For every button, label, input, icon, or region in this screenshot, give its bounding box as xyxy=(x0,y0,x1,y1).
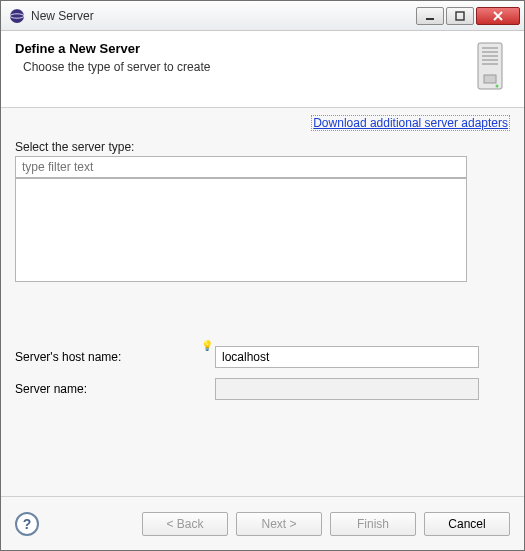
button-row: < Back Next > Finish Cancel xyxy=(142,512,510,536)
svg-rect-6 xyxy=(482,51,498,53)
banner-subtitle: Choose the type of server to create xyxy=(23,60,462,74)
window-title: New Server xyxy=(31,9,416,23)
host-name-row: Server's host name: 💡 xyxy=(15,346,510,368)
finish-button[interactable]: Finish xyxy=(330,512,416,536)
host-name-input[interactable] xyxy=(215,346,479,368)
svg-rect-5 xyxy=(482,47,498,49)
wizard-banner: Define a New Server Choose the type of s… xyxy=(1,31,524,108)
svg-rect-3 xyxy=(456,12,464,20)
cancel-button[interactable]: Cancel xyxy=(424,512,510,536)
eclipse-icon xyxy=(9,8,25,24)
filter-input[interactable] xyxy=(15,156,467,178)
window-buttons xyxy=(416,7,520,25)
titlebar[interactable]: New Server xyxy=(1,1,524,31)
svg-rect-7 xyxy=(482,55,498,57)
host-name-label: Server's host name: xyxy=(15,350,215,364)
banner-title: Define a New Server xyxy=(15,41,462,56)
wizard-footer: ? < Back Next > Finish Cancel xyxy=(1,496,524,550)
spacer xyxy=(15,282,510,336)
server-type-list[interactable] xyxy=(15,178,467,282)
maximize-button[interactable] xyxy=(446,7,474,25)
svg-point-11 xyxy=(496,85,499,88)
minimize-button[interactable] xyxy=(416,7,444,25)
lightbulb-icon: 💡 xyxy=(201,340,213,351)
new-server-dialog: New Server Define a New Server Choose th… xyxy=(0,0,525,551)
svg-rect-2 xyxy=(426,18,434,20)
server-name-label: Server name: xyxy=(15,382,215,396)
help-icon: ? xyxy=(23,516,32,532)
server-name-row: Server name: xyxy=(15,378,510,400)
banner-text: Define a New Server Choose the type of s… xyxy=(15,41,462,74)
wizard-body: Download additional server adapters Sele… xyxy=(1,108,524,496)
svg-rect-9 xyxy=(482,63,498,65)
server-tower-icon xyxy=(470,41,510,93)
back-button[interactable]: < Back xyxy=(142,512,228,536)
download-adapters-link[interactable]: Download additional server adapters xyxy=(311,115,510,131)
server-name-input[interactable] xyxy=(215,378,479,400)
link-row: Download additional server adapters xyxy=(15,116,510,130)
svg-rect-10 xyxy=(484,75,496,83)
svg-rect-8 xyxy=(482,59,498,61)
next-button[interactable]: Next > xyxy=(236,512,322,536)
close-button[interactable] xyxy=(476,7,520,25)
help-button[interactable]: ? xyxy=(15,512,39,536)
select-type-label: Select the server type: xyxy=(15,140,510,154)
